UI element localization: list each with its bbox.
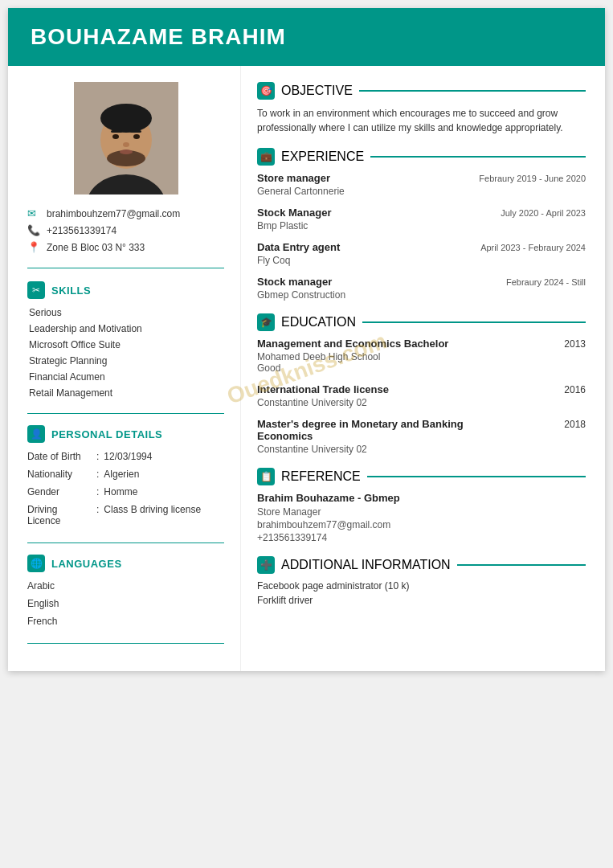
address-value: Zone B Bloc 03 N° 333 [47, 242, 145, 253]
svg-point-10 [123, 142, 129, 147]
right-column: 🎯 OBJECTIVE To work in an environment wh… [241, 66, 605, 671]
nationality-label: Nationality [27, 469, 92, 480]
email-value: brahimbouhzem77@gmail.com [47, 208, 180, 219]
edu-entry-3: Master's degree in Monetary and Banking … [257, 418, 586, 455]
svg-point-6 [112, 134, 119, 139]
additional-line [457, 564, 586, 566]
edu-degree-2: International Trade license [257, 383, 389, 395]
ref-name: Brahim Bouhazame - Gbmep [257, 492, 586, 504]
exp-date-4: Febraury 2024 - Still [506, 277, 586, 287]
ref-phone: +213561339174 [257, 532, 586, 543]
contact-section: ✉ brahimbouhzem77@gmail.com 📞 +213561339… [27, 207, 224, 268]
personal-title: PERSONAL DETAILS [51, 428, 162, 440]
resume-container: BOUHAZAME BRAHIM Ouedkniss.com [8, 8, 605, 671]
experience-icon: 💼 [257, 148, 275, 166]
skills-icon: ✂ [27, 281, 45, 299]
svg-point-4 [100, 104, 152, 133]
email-contact: ✉ brahimbouhzem77@gmail.com [27, 207, 224, 219]
objective-header: 🎯 OBJECTIVE [257, 82, 586, 100]
education-title: EDUCATION [281, 315, 356, 330]
exp-company-3: Fly Coq [257, 255, 586, 266]
languages-title: LANGUAGES [51, 558, 122, 570]
education-icon: 🎓 [257, 313, 275, 331]
language-item: Arabic [27, 580, 224, 592]
edu-entry-1: Management and Economics Bachelor 2013 M… [257, 338, 586, 374]
skill-item: Retail Management [27, 387, 224, 399]
reference-line [367, 476, 586, 477]
gender-label: Gender [27, 486, 92, 497]
exp-entry-1: Store manager Febraury 2019 - June 2020 … [257, 172, 586, 197]
driving-label: DrivingLicence [27, 504, 92, 526]
exp-company-1: General Cartonnerie [257, 186, 586, 197]
edu-top-3: Master's degree in Monetary and Banking … [257, 418, 586, 442]
languages-icon: 🌐 [27, 555, 45, 572]
personal-header: 👤 PERSONAL DETAILS [27, 425, 224, 443]
edu-degree-1: Management and Economics Bachelor [257, 338, 448, 350]
candidate-name: BOUHAZAME BRAHIM [31, 24, 582, 50]
svg-rect-9 [130, 130, 141, 133]
additional-icon: ➕ [257, 556, 275, 574]
edu-school-1: Mohamed Deeb High School [257, 351, 586, 362]
nationality-colon: : [96, 469, 99, 480]
dob-label: Date of Birth [27, 451, 92, 462]
nationality-value: Algerien [104, 469, 139, 480]
language-item: English [27, 598, 224, 609]
education-line [362, 321, 586, 323]
language-item: French [27, 616, 224, 627]
phone-contact: 📞 +213561339174 [27, 224, 224, 236]
dob-colon: : [96, 451, 99, 462]
gender-colon: : [96, 486, 99, 497]
exp-date-2: July 2020 - April 2023 [501, 208, 586, 218]
nationality-row: Nationality : Algerien [27, 469, 224, 480]
edu-year-3: 2018 [564, 419, 586, 430]
exp-entry-4: Stock manager Febraury 2024 - Still Gbme… [257, 276, 586, 301]
languages-section: 🌐 LANGUAGES Arabic English French [27, 555, 224, 644]
exp-company-4: Gbmep Construction [257, 289, 586, 301]
education-section: 🎓 EDUCATION Management and Economics Bac… [257, 313, 586, 455]
experience-section: 💼 EXPERIENCE Store manager Febraury 2019… [257, 148, 586, 301]
edu-grade-1: Good [257, 362, 586, 374]
exp-top-3: Data Entry agent April 2023 - Febraury 2… [257, 241, 586, 253]
profile-photo [74, 82, 178, 194]
driving-colon: : [96, 504, 99, 515]
ref-role: Store Manager [257, 506, 586, 518]
gender-value: Homme [104, 486, 137, 497]
skills-header: ✂ SKILLS [27, 281, 224, 299]
svg-rect-8 [111, 130, 122, 133]
skill-item: Financial Acumen [27, 371, 224, 383]
driving-value: Class B driving license [104, 504, 201, 515]
experience-header: 💼 EXPERIENCE [257, 148, 586, 166]
edu-year-1: 2013 [564, 338, 586, 350]
dob-row: Date of Birth : 12/03/1994 [27, 451, 224, 462]
skills-list: Serious Leadership and Motivation Micros… [27, 307, 224, 399]
reference-title: REFERENCE [281, 469, 361, 484]
location-icon: 📍 [27, 241, 40, 253]
additional-section: ➕ ADDITIONAL INFORMATION Facebook page a… [257, 556, 586, 606]
phone-icon: 📞 [27, 224, 40, 236]
exp-top-1: Store manager Febraury 2019 - June 2020 [257, 172, 586, 184]
objective-section: 🎯 OBJECTIVE To work in an environment wh… [257, 82, 586, 135]
exp-date-3: April 2023 - Febraury 2024 [480, 243, 586, 252]
edu-entry-2: International Trade license 2016 Constan… [257, 383, 586, 408]
skill-item: Leadership and Motivation [27, 323, 224, 334]
resume-header: BOUHAZAME BRAHIM [8, 8, 605, 66]
svg-point-11 [120, 149, 133, 154]
add-info-item-1: Facebook page administrator (10 k) [257, 580, 586, 592]
exp-top-2: Stock Manager July 2020 - April 2023 [257, 207, 586, 219]
dob-value: 12/03/1994 [104, 451, 152, 462]
gender-row: Gender : Homme [27, 486, 224, 497]
experience-title: EXPERIENCE [281, 149, 364, 164]
exp-title-4: Stock manager [257, 276, 332, 288]
edu-school-3: Constantine University 02 [257, 444, 586, 455]
education-header: 🎓 EDUCATION [257, 313, 586, 331]
skills-title: SKILLS [51, 285, 91, 297]
skill-item: Strategic Planning [27, 355, 224, 366]
resume-body: Ouedkniss.com [8, 66, 605, 671]
edu-year-2: 2016 [564, 384, 586, 395]
skill-item: Serious [27, 307, 224, 318]
experience-line [370, 156, 586, 158]
exp-title-3: Data Entry agent [257, 241, 340, 253]
left-column: ✉ brahimbouhzem77@gmail.com 📞 +213561339… [8, 66, 241, 671]
exp-entry-2: Stock Manager July 2020 - April 2023 Bmp… [257, 207, 586, 231]
objective-text: To work in an environment which encourag… [257, 106, 586, 135]
